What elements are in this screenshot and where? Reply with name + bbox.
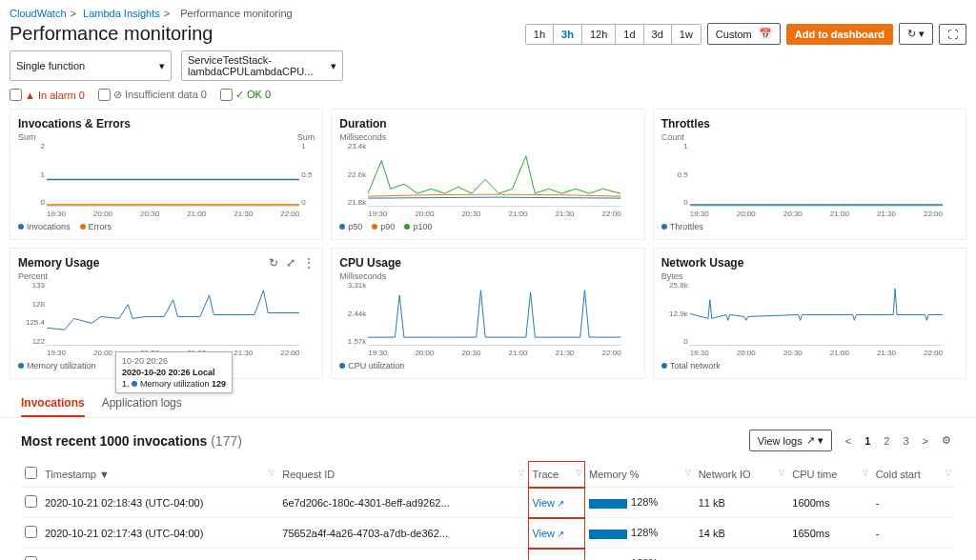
cell-request-id: 21e0c8a7-cb97-47b1-88ae-31ef0... [278,549,528,561]
cell-memory: 128% [585,549,695,561]
invocations-table: Timestamp ▼▽Request ID ▽Trace ▽Memory % … [21,461,955,560]
cell-cold-start: - [872,518,955,549]
ok-filter[interactable]: ✓ OK 0 [220,89,271,101]
view-trace-link[interactable]: View↗ [532,528,564,539]
time-1h[interactable]: 1h [526,25,554,44]
cell-memory: 128% [585,518,695,549]
custom-time-button[interactable]: Custom 📅 [707,23,781,45]
refresh-icon[interactable]: ↻ [269,256,278,270]
time-1w[interactable]: 1w [672,25,701,44]
cell-memory: 128% [585,488,695,518]
chart-title: Throttles [661,117,710,130]
page-next[interactable]: > [919,433,932,449]
tab-invocations[interactable]: Invocations [21,396,85,417]
cell-timestamp: 2020-10-21 02:16:43 (UTC-04:00) [41,549,278,561]
page-3[interactable]: 3 [899,433,912,449]
page-prev[interactable]: < [842,433,855,449]
cell-network: 11 kB [695,549,789,561]
cell-cold-start: - [872,549,955,561]
chart-duration: DurationMilliseconds23.4k22.6k21.8k19:30… [331,109,644,240]
cell-cpu: 1600ms [788,488,871,518]
add-to-dashboard-button[interactable]: Add to dashboard [786,24,893,45]
col-timestamp[interactable]: Timestamp ▼▽ [41,461,278,488]
chart-title: Duration [339,117,386,130]
time-3h[interactable]: 3h [554,25,582,44]
cell-request-id: 6e7d206c-180c-4301-8eff-ad9262... [278,488,528,518]
expand-button[interactable]: ⛶ [939,24,966,45]
row-checkbox[interactable] [25,495,37,508]
chart-cpu-usage: CPU UsageMilliseconds3.31k2.44k1.57k19:3… [331,248,644,379]
col-cpu-time[interactable]: CPU time ▽ [788,461,871,488]
pagination[interactable]: < 1 2 3 > ⚙ [842,432,955,449]
breadcrumb: CloudWatch> Lambda Insights> Performance… [10,8,966,19]
refresh-button[interactable]: ↻ ▾ [899,23,933,45]
breadcrumb-lambda-insights[interactable]: Lambda Insights [83,8,160,19]
time-range-toggle[interactable]: 1h3h12h1d3d1w [525,24,702,45]
chart-title: Memory Usage [18,256,99,270]
col-cold-start[interactable]: Cold start ▽ [872,461,955,488]
page-1[interactable]: 1 [861,433,874,449]
time-12h[interactable]: 12h [582,25,616,44]
cell-cold-start: - [872,488,955,518]
chart-memory-usage: Memory Usage↻⤢⋮Percent133128125.412219:3… [10,248,323,379]
menu-icon[interactable]: ⋮ [303,256,315,270]
chart-network-usage: Network UsageBytes25.8k12.9k019:3020:002… [653,248,966,379]
expand-icon[interactable]: ⤢ [286,256,295,270]
table-title: Most recent 1000 invocations (177) [21,433,242,449]
insufficient-filter[interactable]: ⊘ Insufficient data 0 [98,89,207,101]
table-row: 2020-10-21 02:17:43 (UTC-04:00)75652a4f-… [21,518,955,549]
time-1d[interactable]: 1d [616,25,643,44]
breadcrumb-cloudwatch[interactable]: CloudWatch [10,8,67,19]
chart-throttles: ThrottlesCount10.5019:3020:0020:3021:002… [653,109,966,240]
cell-request-id: 75652a4f-4a26-4703-a7db-de362... [278,518,528,549]
row-checkbox[interactable] [25,526,37,538]
select-all-checkbox[interactable] [25,467,37,479]
chart-invocations-errors: Invocations & ErrorsSumSum21010.5019:302… [10,109,323,240]
view-trace-link[interactable]: View↗ [532,497,564,509]
chart-title: Invocations & Errors [18,117,131,130]
cell-timestamp: 2020-10-21 02:18:43 (UTC-04:00) [41,488,278,518]
row-checkbox[interactable] [25,556,37,560]
chart-title: Network Usage [661,256,744,270]
col-request-id[interactable]: Request ID ▽ [278,461,528,488]
breadcrumb-current: Performance monitoring [180,8,292,19]
tab-application-logs[interactable]: Application logs [102,396,182,417]
table-row: 2020-10-21 02:16:43 (UTC-04:00)21e0c8a7-… [21,549,955,561]
time-3d[interactable]: 3d [644,25,672,44]
function-select[interactable]: ServiceTestStack-lambdaCPULambdaCPU...▾ [181,50,343,81]
alarm-filter[interactable]: ▲ In alarm 0 [10,89,85,101]
col-trace[interactable]: Trace ▽ [528,461,585,488]
cell-cpu: 1650ms [788,518,871,549]
col-memory-[interactable]: Memory % ▽ [585,461,695,488]
page-2[interactable]: 2 [880,433,893,449]
chart-tooltip: 10-20 20:262020-10-20 20:26 Local1. Memo… [115,351,233,393]
cell-timestamp: 2020-10-21 02:17:43 (UTC-04:00) [41,518,278,549]
col-network-io[interactable]: Network IO ▽ [695,461,789,488]
cell-network: 11 kB [695,488,789,518]
settings-icon[interactable]: ⚙ [938,432,955,449]
page-title: Performance monitoring [10,23,213,45]
chart-title: CPU Usage [339,256,401,270]
table-row: 2020-10-21 02:18:43 (UTC-04:00)6e7d206c-… [21,488,955,518]
cell-cpu: 1640ms [788,549,871,561]
cell-network: 14 kB [695,518,789,549]
mode-select[interactable]: Single function▾ [10,50,172,81]
view-logs-button[interactable]: View logs ↗ ▾ [749,430,832,451]
